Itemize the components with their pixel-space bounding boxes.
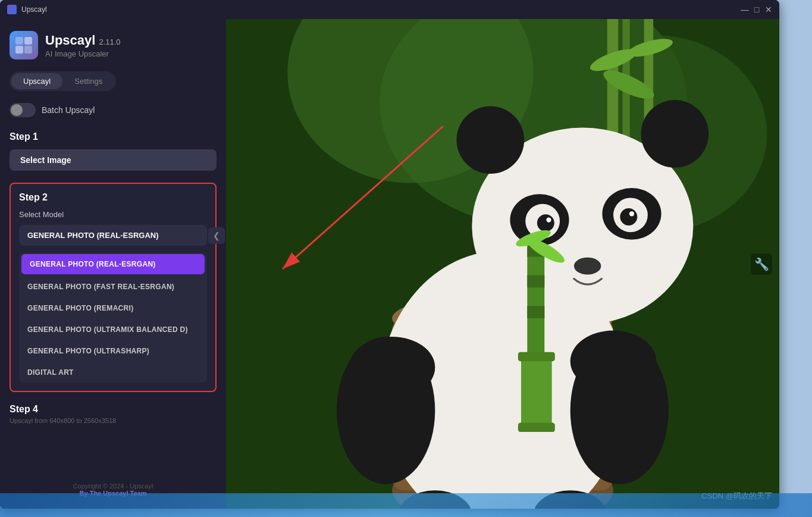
image-panel: 🔧 CSDN @码农的天下 <box>226 19 779 509</box>
step2-box: Step 2 Select Model GENERAL PHOTO (REAL-… <box>10 183 217 392</box>
batch-toggle[interactable] <box>10 103 36 117</box>
logo-icon <box>10 31 38 59</box>
panda-image <box>226 19 779 509</box>
close-button[interactable]: ✕ <box>765 6 772 13</box>
footer-copyright: Copyright © 2024 - Upscayl <box>10 482 217 490</box>
svg-rect-3 <box>24 46 32 54</box>
model-dropdown-wrapper: GENERAL PHOTO (REAL-ESRGAN) ❮ <box>19 225 207 246</box>
panda-background: 🔧 CSDN @码农的天下 <box>226 19 779 509</box>
maximize-button[interactable]: □ <box>753 6 760 13</box>
model-item-ultramix[interactable]: GENERAL PHOTO (ULTRAMIX BALANCED D) <box>19 319 207 340</box>
svg-point-33 <box>574 258 601 275</box>
titlebar: Upscayl — □ ✕ <box>0 0 779 19</box>
upscayl-info: Upscayl from 640x800 to 2560x3518 <box>10 417 217 424</box>
step2-label: Step 2 <box>19 192 207 203</box>
model-item-digital-art[interactable]: DIGITAL ART <box>19 362 207 383</box>
logo-version: 2.11.0 <box>99 37 120 46</box>
logo-text: Upscayl 2.11.0 AI Image Upscaler <box>45 33 121 58</box>
select-image-button[interactable]: Select Image <box>10 149 217 171</box>
svg-point-32 <box>629 211 634 216</box>
svg-point-34 <box>349 337 435 398</box>
svg-rect-2 <box>15 46 23 54</box>
app-icon <box>7 5 17 14</box>
main-content: Upscayl 2.11.0 AI Image Upscaler Upscayl… <box>0 19 779 509</box>
model-item-fast-real-esrgan[interactable]: GENERAL PHOTO (FAST REAL-ESRGAN) <box>19 277 207 297</box>
svg-rect-38 <box>527 275 544 288</box>
model-item-ultrasharp[interactable]: GENERAL PHOTO (ULTRASHARP) <box>19 341 207 361</box>
step1-label: Step 1 <box>10 131 217 142</box>
select-model-label: Select Model <box>19 210 207 219</box>
svg-point-24 <box>641 100 709 168</box>
model-list: GENERAL PHOTO (REAL-ESRGAN) GENERAL PHOT… <box>19 253 207 383</box>
svg-point-35 <box>570 331 657 392</box>
toggle-thumb <box>11 104 23 116</box>
window-controls: — □ ✕ <box>741 6 772 13</box>
svg-rect-42 <box>518 423 555 433</box>
svg-point-30 <box>620 208 637 225</box>
wrench-icon[interactable]: 🔧 <box>751 253 772 275</box>
model-dropdown[interactable]: GENERAL PHOTO (REAL-ESRGAN) <box>19 225 207 246</box>
svg-rect-1 <box>24 37 32 45</box>
logo-svg <box>14 36 33 55</box>
titlebar-title: Upscayl <box>21 5 741 14</box>
logo-area: Upscayl 2.11.0 AI Image Upscaler <box>10 31 217 59</box>
model-dropdown-text: GENERAL PHOTO (REAL-ESRGAN) <box>27 231 199 240</box>
tab-settings[interactable]: Settings <box>62 73 114 89</box>
step4-label: Step 4 <box>10 404 217 415</box>
chevron-left-icon[interactable]: ❮ <box>208 227 225 244</box>
svg-rect-0 <box>15 37 23 45</box>
svg-point-31 <box>546 217 551 222</box>
tab-upscayl[interactable]: Upscayl <box>11 73 62 89</box>
svg-point-29 <box>537 214 554 231</box>
svg-rect-39 <box>527 306 544 318</box>
model-item-remacri[interactable]: GENERAL PHOTO (REMACRI) <box>19 298 207 318</box>
minimize-button[interactable]: — <box>741 6 748 13</box>
nav-tabs: Upscayl Settings <box>10 71 116 91</box>
sidebar: Upscayl 2.11.0 AI Image Upscaler Upscayl… <box>0 19 226 509</box>
svg-point-23 <box>457 106 525 174</box>
svg-rect-41 <box>518 352 555 362</box>
taskbar <box>0 493 812 517</box>
logo-subtitle: AI Image Upscaler <box>45 49 121 58</box>
batch-label: Batch Upscayl <box>42 105 95 115</box>
logo-name: Upscayl 2.11.0 <box>45 33 121 48</box>
model-item-real-esrgan[interactable]: GENERAL PHOTO (REAL-ESRGAN) <box>21 254 205 274</box>
batch-row: Batch Upscayl <box>10 103 217 117</box>
app-window: Upscayl — □ ✕ <box>0 0 779 509</box>
svg-rect-40 <box>521 355 552 429</box>
